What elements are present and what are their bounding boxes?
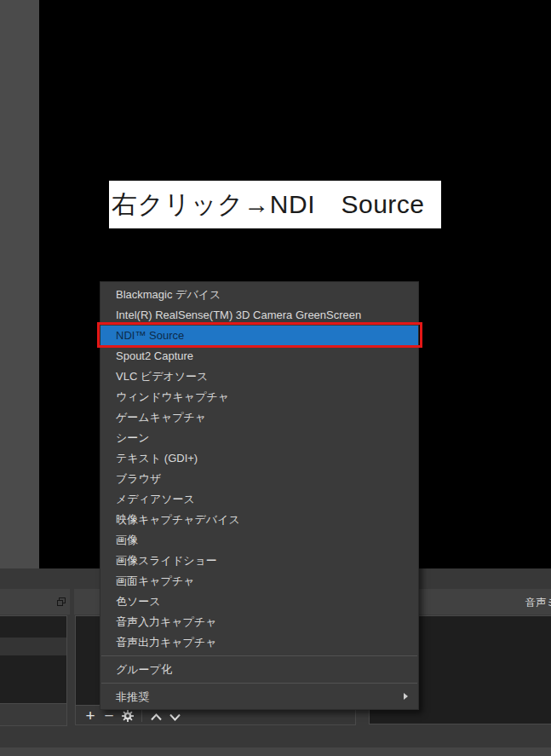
menu-item-ndi-source[interactable]: NDI™ Source [100, 326, 418, 346]
menu-item[interactable]: 画像 [100, 530, 418, 551]
annotation-text: 右クリック→NDI Source [112, 188, 425, 222]
menu-item[interactable]: VLC ビデオソース [100, 366, 418, 387]
scenes-dock-header [0, 589, 70, 615]
float-dock-icon[interactable] [57, 597, 66, 606]
menu-item-group[interactable]: グループ化 [100, 659, 418, 680]
menu-item[interactable]: 音声入力キャプチャ [100, 612, 418, 632]
menu-item[interactable]: Spout2 Capture [100, 346, 418, 366]
menu-item[interactable]: ブラウザ [100, 469, 418, 489]
menu-item[interactable]: 画面キャプチャ [100, 571, 418, 592]
menu-item[interactable]: Intel(R) RealSense(TM) 3D Camera GreenSc… [100, 305, 418, 326]
add-source-icon[interactable]: + [81, 707, 100, 724]
menu-separator [101, 655, 417, 656]
source-properties-gear-icon[interactable] [118, 708, 137, 722]
menu-item-label: 非推奨 [116, 690, 149, 703]
annotation-banner: 右クリック→NDI Source [109, 181, 441, 228]
scenes-toolbar [0, 703, 66, 725]
menu-item-deprecated[interactable]: 非推奨 [100, 686, 418, 707]
scene-list-item[interactable] [0, 617, 66, 637]
audio-mixer-dock-title: 音声ミキサー [525, 596, 551, 610]
menu-item[interactable]: ウィンドウキャプチャ [100, 387, 418, 407]
menu-item[interactable]: メディアソース [100, 489, 418, 510]
add-source-context-menu: Blackmagic デバイスIntel(R) RealSense(TM) 3D… [100, 281, 419, 710]
status-bar [0, 747, 551, 756]
menu-item[interactable]: Blackmagic デバイス [100, 285, 418, 305]
menu-item[interactable]: 映像キャプチャデバイス [100, 510, 418, 530]
menu-item[interactable]: 音声出力キャプチャ [100, 632, 418, 653]
toolbar-divider [141, 708, 142, 722]
menu-item[interactable]: 画像スライドショー [100, 551, 418, 571]
submenu-arrow-icon [404, 693, 408, 700]
menu-item[interactable]: ゲームキャプチャ [100, 407, 418, 428]
scene-list-item-selected[interactable] [0, 638, 66, 655]
menu-item[interactable]: 色ソース [100, 592, 418, 612]
move-source-up-icon[interactable] [146, 709, 165, 721]
menu-separator [101, 683, 417, 684]
menu-item[interactable]: テキスト (GDI+) [100, 448, 418, 469]
source-menu-items: Blackmagic デバイスIntel(R) RealSense(TM) 3D… [100, 285, 418, 653]
scenes-list [0, 615, 67, 726]
move-source-down-icon[interactable] [165, 709, 184, 721]
menu-item[interactable]: シーン [100, 428, 418, 448]
